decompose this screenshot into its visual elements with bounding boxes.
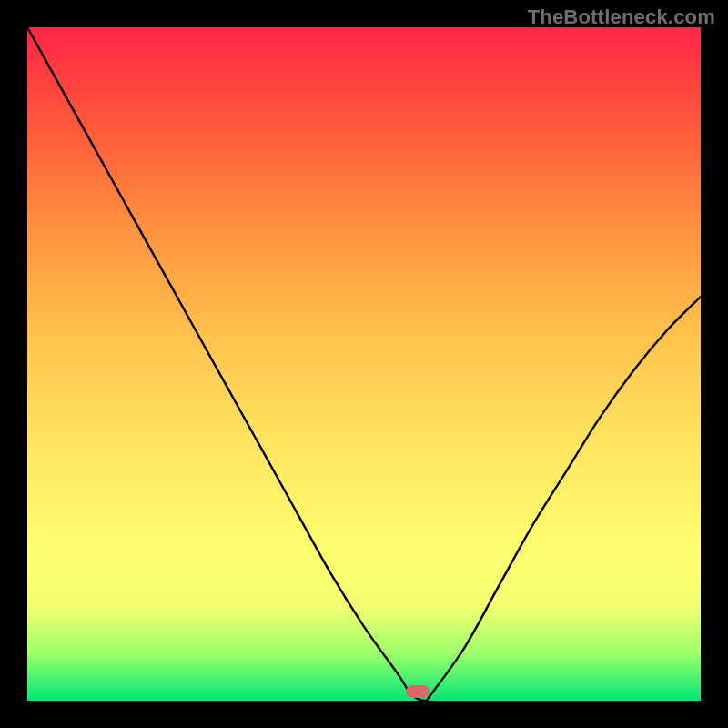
watermark-label: TheBottleneck.com: [528, 5, 715, 29]
bottleneck-curve: [27, 27, 701, 701]
chart-frame: TheBottleneck.com: [0, 0, 728, 728]
optimum-marker: [406, 685, 430, 698]
curve-path: [27, 27, 701, 701]
plot-area: [27, 27, 701, 701]
